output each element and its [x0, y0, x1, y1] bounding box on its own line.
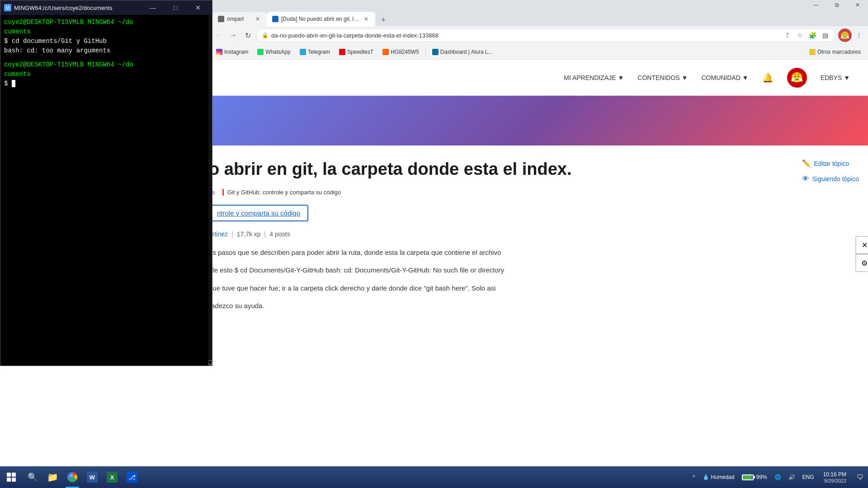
extensions-icon[interactable]: 🧩	[807, 30, 818, 41]
terminal-line-5: $	[4, 79, 208, 89]
bookmark-whatsapp[interactable]: WhatsApp	[254, 47, 294, 57]
terminal-line-4: coye2@DESKTOP-T15VMLB MINGW64 ~/document…	[4, 60, 208, 79]
edit-topic-link[interactable]: ✏️ Editar tópico	[802, 159, 859, 168]
browser-menu-icon[interactable]: ⋮	[854, 30, 864, 41]
speedtest-label: SpeedtesT	[347, 49, 373, 55]
post-paragraph-2: ale esto $ cd Documents/Git-Y-GitHub bas…	[209, 264, 841, 276]
windows-logo-icon	[7, 473, 16, 482]
main-content: ✏️ Editar tópico 👁 Siguiendo tópico ✕ ⚙ …	[209, 145, 868, 488]
otros-label: Otros marcadores	[817, 49, 861, 55]
user-dropdown-chevron: ▼	[844, 74, 850, 81]
browser-minimize-button[interactable]: —	[806, 0, 826, 10]
notification-center-button[interactable]: 🗨	[852, 466, 868, 488]
terminal-error-1: bash: cd: too many arguments	[4, 47, 110, 54]
browser-maximize-button[interactable]: ⧉	[826, 0, 847, 10]
author-line: artinez | 17.7k xp | 4 posts	[209, 230, 841, 238]
battery-icon	[742, 474, 754, 480]
taskbar-sourcetree[interactable]: ⎇	[122, 466, 142, 488]
user-avatar[interactable]: 😤	[787, 68, 807, 88]
follow-topic-link[interactable]: 👁 Siguiendo tópico	[802, 175, 859, 183]
nav-comunidad-label: COMUNIDAD	[701, 74, 740, 81]
taskbar-chrome[interactable]	[62, 466, 82, 488]
battery-bar: 99%	[742, 474, 767, 480]
systray-network[interactable]: 🌐	[771, 466, 785, 488]
systray-language[interactable]: ENG	[799, 466, 818, 488]
lock-icon: 🔒	[262, 32, 269, 38]
hero-banner	[209, 96, 868, 145]
tag-button[interactable]: ntrole y comparta su código	[209, 205, 308, 221]
post-paragraph-4: radezco su ayuda.	[209, 300, 841, 312]
side-panel-settings[interactable]: ⚙	[855, 254, 868, 272]
word-icon: W	[87, 472, 98, 483]
nav-contenidos[interactable]: CONTENIDOS ▼	[637, 74, 688, 81]
whatsapp-favicon	[257, 49, 264, 55]
nav-mi-aprendizaje[interactable]: MI APRENDIZAJE ▼	[564, 74, 624, 81]
taskbar-search-button[interactable]: 🔍	[24, 469, 41, 485]
breadcrumb: es Git y GitHub: controle y comparta su …	[209, 189, 841, 196]
bookmark-hg[interactable]: HG8245W5	[379, 47, 423, 57]
systray-sound[interactable]: 🔊	[785, 466, 799, 488]
terminal-scrollbar[interactable]: ▼	[208, 15, 212, 366]
nav-comunidad[interactable]: COMUNIDAD ▼	[701, 74, 748, 81]
terminal-maximize-button[interactable]: □	[165, 2, 186, 13]
sound-icon: 🔊	[788, 474, 795, 480]
sourcetree-icon: ⎇	[127, 472, 137, 483]
new-tab-button[interactable]: +	[377, 14, 390, 26]
address-bar[interactable]: 🔒 da-no-puedo-abrir-en-git-la-carpeta-do…	[256, 28, 836, 42]
author-sep-2: |	[264, 230, 266, 238]
notification-bell[interactable]: 🔔	[762, 72, 774, 83]
bookmark-instagram[interactable]: Instagram	[212, 47, 252, 57]
excel-icon: X	[107, 472, 118, 483]
bookmarks-bar: Instagram WhatsApp Telegram SpeedtesT HG…	[209, 44, 868, 60]
bookmark-icon[interactable]: ☆	[794, 30, 805, 41]
taskbar-file-explorer[interactable]: 📁	[42, 466, 62, 488]
chrome-icon	[67, 472, 78, 483]
search-icon: 🔍	[28, 472, 38, 482]
tag-button-label: ntrole y comparta su código	[217, 209, 300, 217]
systray-expand[interactable]: ^	[689, 466, 699, 488]
browser-tab-1[interactable]: ompart ✕	[212, 12, 267, 26]
tab-1-close[interactable]: ✕	[254, 15, 261, 23]
terminal-close-button[interactable]: ✕	[188, 2, 208, 13]
tab-1-text: ompart	[227, 16, 251, 22]
humidity-label: Humedad	[711, 474, 735, 480]
post-body: os pasos que se describen para poder abr…	[209, 247, 841, 312]
nav-forward-button[interactable]: →	[227, 29, 240, 42]
breadcrumb-category[interactable]: Git y GitHub: controle y comparta su cód…	[222, 189, 341, 196]
taskbar-excel[interactable]: X	[102, 466, 122, 488]
language-label: ENG	[802, 474, 814, 480]
post-paragraph-3: que tuve que hacer fue; ir a la carpeta …	[209, 282, 841, 294]
bookmark-telegram[interactable]: Telegram	[296, 47, 334, 57]
bookmark-alura[interactable]: Dashboard | Alura L...	[429, 47, 496, 57]
bookmark-otros[interactable]: Otros marcadores	[806, 47, 864, 57]
systray-battery[interactable]: 99%	[738, 466, 771, 488]
user-name-button[interactable]: EDBYS ▼	[821, 74, 850, 81]
tab-2-favicon	[272, 16, 278, 22]
terminal-minimize-button[interactable]: —	[142, 2, 163, 13]
browser-close-button[interactable]: ✕	[847, 0, 868, 10]
browser-tab-2[interactable]: [Duda] No puedo abrir en git, la... ✕	[267, 12, 375, 26]
whatsapp-label: WhatsApp	[265, 49, 290, 55]
profile-icon[interactable]: 😤	[838, 28, 852, 42]
systray-humidity[interactable]: 💧 Humedad	[699, 466, 738, 488]
terminal-scroll-arrow[interactable]: ▼	[208, 360, 212, 366]
bookmarks-separator	[425, 47, 426, 56]
taskbar-start-button[interactable]	[0, 466, 23, 488]
window-controls-area: — ⧉ ✕	[209, 0, 868, 10]
browser-page: MI APRENDIZAJE ▼ CONTENIDOS ▼ COMUNIDAD …	[209, 60, 868, 488]
side-panel-close[interactable]: ✕	[855, 236, 868, 254]
sidebar-toggle-icon[interactable]: ▤	[820, 30, 830, 41]
taskbar-word[interactable]: W	[82, 466, 102, 488]
terminal-content[interactable]: coye2@DESKTOP-T15VMLB MINGW64 ~/document…	[0, 15, 212, 366]
terminal-window: M MINGW64:/c/Users/coye2/documents — □ ✕…	[0, 0, 212, 366]
tab-1-favicon	[218, 16, 224, 22]
nav-back-button[interactable]: ←	[212, 29, 225, 42]
nav-refresh-button[interactable]: ↻	[241, 29, 254, 42]
share-icon[interactable]: ⤴	[782, 30, 793, 41]
tab-2-close[interactable]: ✕	[363, 15, 370, 23]
bookmark-speedtest[interactable]: SpeedtesT	[335, 47, 377, 57]
taskbar-clock[interactable]: 10:16 PM 9/29/2022	[818, 466, 852, 488]
terminal-controls: — □ ✕	[142, 2, 208, 13]
follow-topic-label: Siguiendo tópico	[812, 175, 859, 183]
expand-icon: ^	[693, 474, 695, 480]
